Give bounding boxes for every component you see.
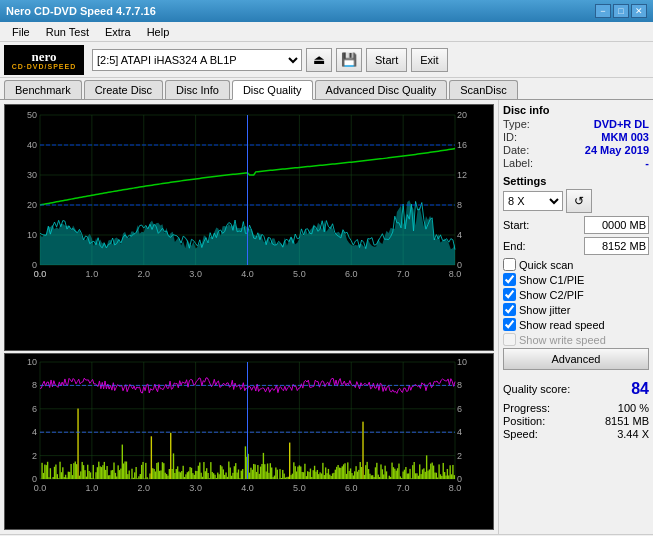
show-jitter-label: Show jitter [519, 304, 570, 316]
show-write-speed-row: Show write speed [503, 333, 649, 346]
show-c2pif-row: Show C2/PIF [503, 288, 649, 301]
quick-scan-label: Quick scan [519, 259, 573, 271]
disc-id-value: MKM 003 [601, 131, 649, 143]
quality-score-label: Quality score: [503, 383, 570, 395]
end-input[interactable] [584, 237, 649, 255]
show-read-speed-row: Show read speed [503, 318, 649, 331]
advanced-button[interactable]: Advanced [503, 348, 649, 370]
quick-scan-row: Quick scan [503, 258, 649, 271]
toolbar: nero CD·DVD/SPEED [2:5] ATAPI iHAS324 A … [0, 42, 653, 78]
show-read-speed-label: Show read speed [519, 319, 605, 331]
nero-logo-subtitle: CD·DVD/SPEED [12, 63, 77, 70]
speed-value: 3.44 X [617, 428, 649, 440]
app-title: Nero CD-DVD Speed 4.7.7.16 [6, 5, 156, 17]
tabs-bar: Benchmark Create Disc Disc Info Disc Qua… [0, 78, 653, 100]
quality-score-row: Quality score: 84 [503, 380, 649, 398]
menu-extra[interactable]: Extra [97, 24, 139, 40]
disc-type-value: DVD+R DL [594, 118, 649, 130]
progress-row: Progress: 100 % [503, 402, 649, 414]
main-content: Disc info Type: DVD+R DL ID: MKM 003 Dat… [0, 100, 653, 534]
disc-id-label: ID: [503, 131, 517, 143]
eject-icon[interactable]: ⏏ [306, 48, 332, 72]
menu-run-test[interactable]: Run Test [38, 24, 97, 40]
title-bar: Nero CD-DVD Speed 4.7.7.16 − □ ✕ [0, 0, 653, 22]
speed-select[interactable]: 8 X [503, 191, 563, 211]
tab-benchmark[interactable]: Benchmark [4, 80, 82, 99]
disc-id-row: ID: MKM 003 [503, 131, 649, 143]
show-c2pif-label: Show C2/PIF [519, 289, 584, 301]
speed-label: Speed: [503, 428, 538, 440]
position-row: Position: 8151 MB [503, 415, 649, 427]
top-chart [4, 104, 494, 351]
show-write-speed-checkbox [503, 333, 516, 346]
quality-score-value: 84 [631, 380, 649, 398]
end-row: End: [503, 237, 649, 255]
show-read-speed-checkbox[interactable] [503, 318, 516, 331]
show-c1pie-checkbox[interactable] [503, 273, 516, 286]
start-input[interactable] [584, 216, 649, 234]
tab-disc-quality[interactable]: Disc Quality [232, 80, 313, 100]
close-button[interactable]: ✕ [631, 4, 647, 18]
show-c1pie-label: Show C1/PIE [519, 274, 584, 286]
disc-label-label: Label: [503, 157, 533, 169]
settings-title: Settings [503, 175, 649, 187]
sidebar: Disc info Type: DVD+R DL ID: MKM 003 Dat… [498, 100, 653, 534]
start-label: Start: [503, 219, 529, 231]
drive-select[interactable]: [2:5] ATAPI iHAS324 A BL1P [92, 49, 302, 71]
progress-label: Progress: [503, 402, 550, 414]
progress-section: Progress: 100 % Position: 8151 MB Speed:… [503, 402, 649, 440]
nero-logo-text: nero [31, 50, 56, 63]
speed-row: 8 X ↺ [503, 189, 649, 213]
charts-area [0, 100, 498, 534]
disc-date-label: Date: [503, 144, 529, 156]
maximize-button[interactable]: □ [613, 4, 629, 18]
start-row: Start: [503, 216, 649, 234]
menu-help[interactable]: Help [139, 24, 178, 40]
position-value: 8151 MB [605, 415, 649, 427]
disc-info-section: Disc info Type: DVD+R DL ID: MKM 003 Dat… [503, 104, 649, 169]
show-c1pie-row: Show C1/PIE [503, 273, 649, 286]
progress-value: 100 % [618, 402, 649, 414]
show-jitter-checkbox[interactable] [503, 303, 516, 316]
disc-type-row: Type: DVD+R DL [503, 118, 649, 130]
speed-row-prog: Speed: 3.44 X [503, 428, 649, 440]
tab-scan-disc[interactable]: ScanDisc [449, 80, 517, 99]
tab-create-disc[interactable]: Create Disc [84, 80, 163, 99]
refresh-icon[interactable]: ↺ [566, 189, 592, 213]
disc-label-row: Label: - [503, 157, 649, 169]
menu-bar: File Run Test Extra Help [0, 22, 653, 42]
settings-section: Settings 8 X ↺ Start: End: Quick scan [503, 175, 649, 374]
menu-file[interactable]: File [4, 24, 38, 40]
quick-scan-checkbox[interactable] [503, 258, 516, 271]
disc-label-value: - [645, 157, 649, 169]
window-controls: − □ ✕ [595, 4, 647, 18]
exit-button[interactable]: Exit [411, 48, 447, 72]
show-write-speed-label: Show write speed [519, 334, 606, 346]
nero-logo: nero CD·DVD/SPEED [4, 45, 84, 75]
end-label: End: [503, 240, 526, 252]
disc-info-title: Disc info [503, 104, 649, 116]
save-icon[interactable]: 💾 [336, 48, 362, 72]
minimize-button[interactable]: − [595, 4, 611, 18]
tab-advanced-disc-quality[interactable]: Advanced Disc Quality [315, 80, 448, 99]
bottom-chart [4, 353, 494, 530]
disc-date-row: Date: 24 May 2019 [503, 144, 649, 156]
show-c2pif-checkbox[interactable] [503, 288, 516, 301]
disc-type-label: Type: [503, 118, 530, 130]
position-label: Position: [503, 415, 545, 427]
tab-disc-info[interactable]: Disc Info [165, 80, 230, 99]
show-jitter-row: Show jitter [503, 303, 649, 316]
start-button[interactable]: Start [366, 48, 407, 72]
disc-date-value: 24 May 2019 [585, 144, 649, 156]
